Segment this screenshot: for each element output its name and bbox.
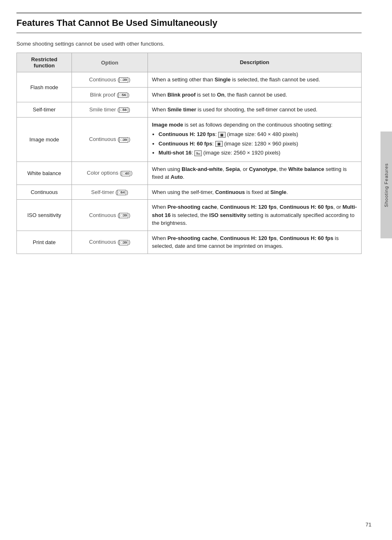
table-row: Flash mode Continuous (□39) When a setti… — [17, 72, 362, 88]
desc-continuous: When using the self-timer, Continuous is… — [148, 185, 361, 200]
header-restricted: Restricted function — [17, 53, 72, 72]
option-continuous-39a: Continuous (□39) — [72, 72, 148, 88]
table-row: White balance Color options (□40) When u… — [17, 162, 362, 185]
table-row: Continuous Self-timer (□64) When using t… — [17, 185, 362, 200]
desc-flash-continuous: When a setting other than Single is sele… — [148, 72, 361, 88]
desc-print-date: When Pre-shooting cache, Continuous H: 1… — [148, 231, 361, 254]
restricted-iso: ISO sensitivity — [17, 200, 72, 231]
desc-blink-proof: When Blink proof is set to On, the flash… — [148, 87, 361, 102]
restricted-white-balance: White balance — [17, 162, 72, 185]
side-tab: Shooting Features — [380, 132, 392, 238]
header-option: Option — [72, 53, 148, 72]
header-description: Description — [148, 53, 361, 72]
page-number: 71 — [366, 522, 371, 528]
table-row: Print date Continuous (□39) When Pre-sho… — [17, 231, 362, 254]
option-continuous-39d: Continuous (□39) — [72, 231, 148, 254]
desc-image-mode: Image mode is set as follows depending o… — [148, 117, 361, 162]
restricted-continuous: Continuous — [17, 185, 72, 200]
table-row: ISO sensitivity Continuous (□39) When Pr… — [17, 200, 362, 231]
restricted-flash-mode: Flash mode — [17, 72, 72, 102]
option-continuous-39b: Continuous (□39) — [72, 117, 148, 162]
restricted-image-mode: Image mode — [17, 117, 72, 162]
features-table: Restricted function Option Description F… — [16, 53, 362, 254]
table-row: Self-timer Smile timer (□56) When Smile … — [17, 102, 362, 118]
option-self-timer-64: Self-timer (□64) — [72, 185, 148, 200]
desc-white-balance: When using Black-and-white, Sepia, or Cy… — [148, 162, 361, 185]
table-row: Image mode Continuous (□39) Image mode i… — [17, 117, 362, 162]
side-tab-label: Shooting Features — [384, 163, 389, 207]
page-title: Features That Cannot Be Used Simultaneou… — [16, 12, 362, 33]
option-continuous-39c: Continuous (□39) — [72, 200, 148, 231]
option-color-options: Color options (□40) — [72, 162, 148, 185]
desc-iso: When Pre-shooting cache, Continuous H: 1… — [148, 200, 361, 231]
option-smile-timer: Smile timer (□56) — [72, 102, 148, 118]
option-blink-proof: Blink proof (□56) — [72, 87, 148, 102]
restricted-self-timer: Self-timer — [17, 102, 72, 118]
restricted-print-date: Print date — [17, 231, 72, 254]
subtitle: Some shooting settings cannot be used wi… — [16, 41, 362, 47]
desc-smile-timer: When Smile timer is used for shooting, t… — [148, 102, 361, 118]
